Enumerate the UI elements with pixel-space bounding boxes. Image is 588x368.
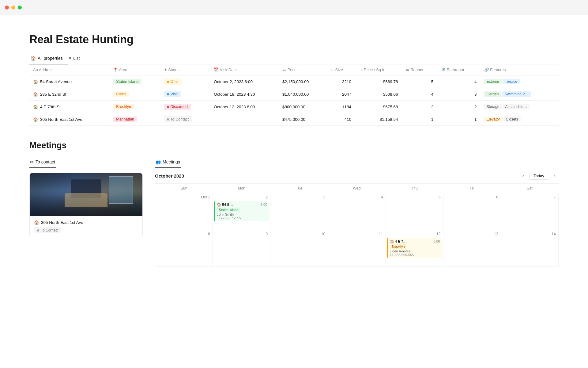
home-icon: 🏠 xyxy=(31,56,36,61)
area-tag: Staten Island xyxy=(113,79,141,84)
event-title: 🏠54 S… xyxy=(217,202,233,207)
size-icon: ↔ xyxy=(330,67,334,72)
cell-bathroom: 3 xyxy=(437,88,480,101)
meetings-tab[interactable]: 👥 Meetings xyxy=(155,158,181,168)
close-button[interactable] xyxy=(5,6,9,10)
cell-features: ExteriorTerrace xyxy=(481,75,559,88)
house-icon: 🏠 xyxy=(33,79,38,84)
cell-features: StorageAir conditio… xyxy=(481,101,559,113)
calendar-day-cell[interactable]: 13 xyxy=(443,230,501,267)
feature-tag: Terrace xyxy=(503,79,520,84)
calendar-event[interactable]: 🏠4 E 7… 8:00 Brooklyn Linda Reeves +1-55… xyxy=(387,238,442,258)
calendar-grid: Sun Mon Tue Wed Thu Fri Sat Oct 12 🏠54 S… xyxy=(155,184,559,267)
event-header: 🏠4 E 7… 8:00 xyxy=(390,239,440,243)
cell-address: 🏠305 North East 1st Ave xyxy=(29,113,109,126)
col-address: Aa Address xyxy=(29,64,109,75)
calendar-day-cell[interactable]: 3 xyxy=(270,193,328,230)
cell-size: 1184 xyxy=(326,101,355,113)
calendar-day-cell[interactable]: 11 xyxy=(328,230,386,267)
cell-size: 2047 xyxy=(326,88,355,101)
right-panel: 👥 Meetings October 2023 ‹ Today › Sun Mo… xyxy=(155,158,559,267)
day-number: 9 xyxy=(214,231,269,237)
calendar-day-cell[interactable]: 6 xyxy=(443,193,501,230)
feature-tag: Air conditio… xyxy=(503,104,530,109)
calendar-today-button[interactable]: Today xyxy=(530,172,548,180)
status-icon: ✦ xyxy=(164,67,167,72)
calendar-day-cell[interactable]: 8 xyxy=(155,230,213,267)
cell-size: 3210 xyxy=(326,75,355,88)
cell-features: ElevatorClosets xyxy=(481,113,559,126)
col-visit-date: 📅 Visit Date xyxy=(210,64,279,75)
calendar-prev-button[interactable]: ‹ xyxy=(519,172,527,180)
page-title: Real Estate Hunting xyxy=(29,33,559,46)
calendar-week-row: Oct 12 🏠54 S… 6:00 Staten Island John Sm… xyxy=(155,193,559,230)
minimize-button[interactable] xyxy=(11,6,15,10)
area-tag: Brooklyn xyxy=(113,104,134,109)
cell-price-sqft: $508.06 xyxy=(355,88,401,101)
view-tabs: 🏠 All properties ≡ List xyxy=(29,53,559,64)
col-area: 📍 Area xyxy=(109,64,160,75)
table-row[interactable]: 🏠4 E 79th StBrooklynDiscardedOctober 12,… xyxy=(29,101,559,113)
calendar-day-cell[interactable]: 10 xyxy=(270,230,328,267)
cell-area: Manhattan xyxy=(109,113,160,126)
day-fri: Fri xyxy=(443,184,501,193)
card-body: 🏠 305 North East 1st Ave To Contact xyxy=(30,216,142,237)
status-dot xyxy=(167,93,169,95)
col-status: ✦ Status xyxy=(160,64,210,75)
cell-price: $800,000.00 xyxy=(279,101,326,113)
area-tag: Bronx xyxy=(113,91,129,97)
feature-tag: Storage xyxy=(484,104,502,109)
calendar-day-cell[interactable]: Oct 1 xyxy=(155,193,213,230)
bath-icon: 🚿 xyxy=(441,67,446,72)
table-row[interactable]: 🏠305 North East 1st AveManhattanTo Conta… xyxy=(29,113,559,126)
day-tue: Tue xyxy=(270,184,328,193)
maximize-button[interactable] xyxy=(18,6,22,10)
day-number: 11 xyxy=(329,231,384,237)
calendar-day-cell[interactable]: 7 xyxy=(501,193,558,230)
day-number: 8 xyxy=(156,231,211,237)
location-icon: 📍 xyxy=(113,67,118,72)
calendar-header: October 2023 ‹ Today › xyxy=(155,168,559,184)
table-row[interactable]: 🏠54 Spratt AvenueStaten IslandOfferOctob… xyxy=(29,75,559,88)
event-phone: +1-555-555-555 xyxy=(217,216,267,220)
event-person: Linda Reeves xyxy=(390,249,440,253)
day-thu: Thu xyxy=(386,184,443,193)
property-card[interactable]: 🏠 305 North East 1st Ave To Contact xyxy=(29,173,143,237)
link-icon: 🔗 xyxy=(484,67,489,72)
cell-rooms: 5 xyxy=(402,75,437,88)
calendar-day-cell[interactable]: 2 🏠54 S… 6:00 Staten Island John Smith +… xyxy=(213,193,270,230)
sofa-shape xyxy=(65,193,107,207)
calendar-day-cell[interactable]: 9 xyxy=(213,230,270,267)
properties-table: Aa Address 📍 Area ✦ Status 📅 Visit Date xyxy=(29,64,559,126)
event-title: 🏠4 E 7… xyxy=(390,239,407,243)
col-size: ↔ Size xyxy=(326,64,355,75)
tag-icon: 🏷 xyxy=(282,67,286,72)
house-icon: 🏠 xyxy=(33,105,38,109)
calendar-day-cell[interactable]: 5 xyxy=(386,193,443,230)
cell-status: To Contact xyxy=(160,113,210,126)
meetings-layout: ✉ To contact 🏠 305 North East 1st Ave xyxy=(29,158,559,267)
cell-price-sqft: $1,158.54 xyxy=(355,113,401,126)
tab-list[interactable]: ≡ List xyxy=(68,53,85,64)
calendar-event[interactable]: 🏠54 S… 6:00 Staten Island John Smith +1-… xyxy=(214,201,269,221)
cell-status: Discarded xyxy=(160,101,210,113)
area-tag: Manhattan xyxy=(113,117,137,122)
status-dot xyxy=(37,229,39,232)
feature-tag: Closets xyxy=(503,117,521,122)
calendar-day-cell[interactable]: 12 🏠4 E 7… 8:00 Brooklyn Linda Reeves +1… xyxy=(386,230,443,267)
calendar-day-cell[interactable]: 4 xyxy=(328,193,386,230)
cell-status: Offer xyxy=(160,75,210,88)
to-contact-tab[interactable]: ✉ To contact xyxy=(29,158,56,168)
status-badge: Visit xyxy=(164,91,181,97)
tab-all-properties[interactable]: 🏠 All properties xyxy=(29,53,68,64)
table-row[interactable]: 🏠285 E 32nd StBronxVisitOctober 18, 2023… xyxy=(29,88,559,101)
calendar-icon: 📅 xyxy=(214,67,219,72)
feature-tag: Exterior xyxy=(484,79,502,84)
calendar-next-button[interactable]: › xyxy=(551,172,559,180)
calendar-nav: ‹ Today › xyxy=(519,172,559,180)
tab-all-properties-label: All properties xyxy=(38,56,63,61)
status-badge: To Contact xyxy=(164,116,192,122)
calendar-day-cell[interactable]: 14 xyxy=(501,230,558,267)
cell-price: $2,150,000.00 xyxy=(279,75,326,88)
cell-visit-date: October 18, 2023 4:30 xyxy=(210,88,279,101)
